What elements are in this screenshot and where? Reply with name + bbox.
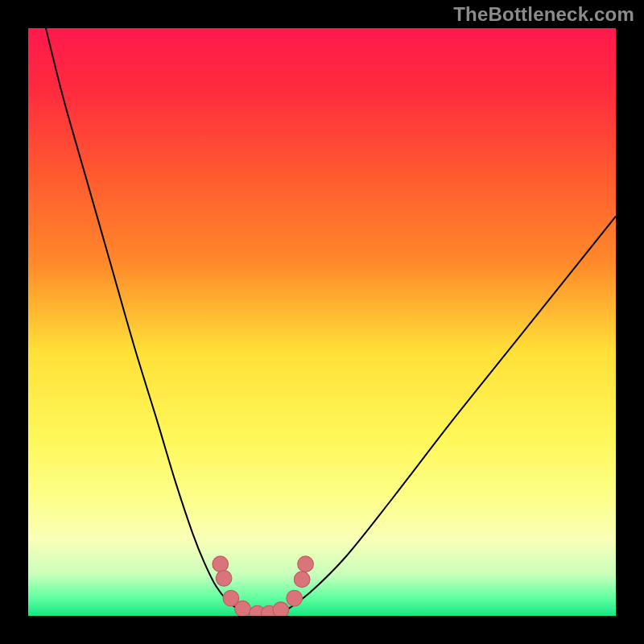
svg-point-4: [235, 601, 251, 616]
svg-point-8: [287, 590, 303, 606]
plot-area: [28, 28, 616, 616]
svg-point-10: [298, 556, 314, 572]
curve-layer: [28, 28, 616, 616]
curve-markers: [213, 556, 314, 616]
bottleneck-curve: [46, 28, 616, 615]
outer-frame: TheBottleneck.com: [0, 0, 644, 644]
svg-point-9: [294, 572, 310, 588]
svg-point-1: [213, 556, 229, 572]
watermark-text: TheBottleneck.com: [453, 3, 634, 26]
svg-point-2: [216, 570, 232, 586]
svg-point-7: [273, 602, 289, 616]
